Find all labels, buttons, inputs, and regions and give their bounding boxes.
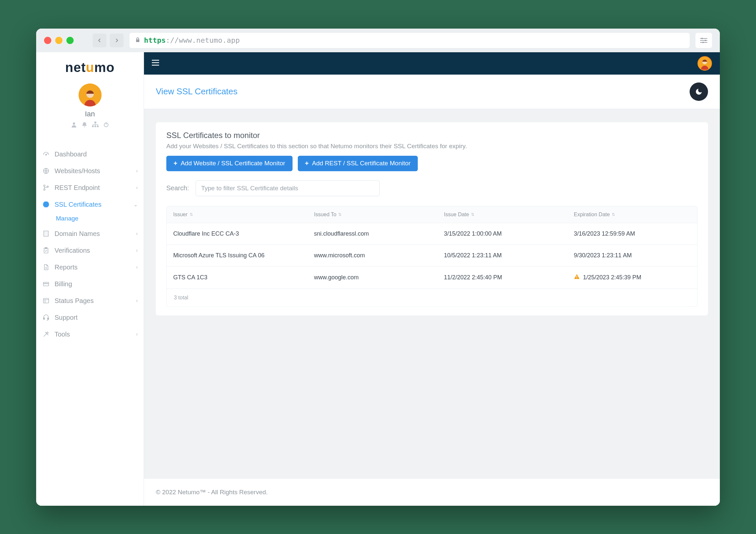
sort-icon: ⇅ [612, 212, 615, 217]
user-icon[interactable] [71, 121, 77, 129]
sidebar: netumo Ian Dashboard [36, 52, 144, 506]
sidebar-item-ssl[interactable]: SSL Certificates ⌄ [36, 196, 144, 213]
sort-icon: ⇅ [338, 212, 341, 217]
sidebar-item-dashboard[interactable]: Dashboard [36, 146, 144, 163]
sidebar-item-domains[interactable]: Domain Names › [36, 226, 144, 242]
chevron-right-icon: › [136, 298, 138, 304]
page-title: View SSL Certificates [156, 87, 238, 96]
sort-icon: ⇅ [190, 212, 193, 217]
svg-rect-27 [152, 65, 159, 66]
table-head: Issuer⇅ Issued To⇅ Issue Date⇅ Expiratio… [167, 206, 697, 223]
sidebar-item-label: Tools [55, 331, 70, 338]
svg-point-4 [705, 40, 706, 41]
sidebar-item-label: Websites/Hosts [55, 167, 100, 175]
svg-point-3 [701, 38, 703, 39]
topbar [144, 52, 720, 75]
traffic-lights [44, 37, 74, 44]
svg-point-16 [44, 189, 45, 191]
chevron-down-icon: ⌄ [133, 201, 138, 208]
lock-icon [135, 36, 141, 44]
avatar[interactable] [79, 84, 101, 106]
chevron-right-icon: › [136, 185, 138, 191]
sidebar-item-verifications[interactable]: Verifications › [36, 242, 144, 259]
sidebar-item-label: Domain Names [55, 230, 100, 238]
card-subtitle: Add your Websites / SSL Certificates to … [166, 143, 697, 150]
close-window-icon[interactable] [44, 37, 51, 44]
sidebar-item-label: Status Pages [55, 297, 94, 305]
maximize-window-icon[interactable] [67, 37, 74, 44]
back-button[interactable] [93, 34, 106, 47]
svg-rect-23 [43, 318, 45, 319]
tools-icon [42, 331, 50, 337]
power-icon[interactable] [103, 121, 109, 129]
gauge-icon [42, 151, 50, 157]
sidebar-item-label: REST Endpoint [55, 184, 100, 192]
document-icon [42, 264, 50, 270]
card-title: SSL Certificates to monitor [166, 131, 697, 140]
cell-issued-to: www.google.com [307, 267, 437, 288]
sidebar-item-websites[interactable]: Websites/Hosts › [36, 163, 144, 179]
forward-button[interactable] [110, 34, 123, 47]
svg-rect-9 [92, 125, 94, 127]
sidebar-item-status-pages[interactable]: Status Pages › [36, 292, 144, 309]
sidebar-subitem-manage[interactable]: Manage [36, 213, 144, 226]
sidebar-item-label: Support [55, 314, 78, 321]
svg-point-5 [702, 41, 704, 43]
user-avatar-button[interactable] [697, 56, 712, 71]
sidebar-item-billing[interactable]: Billing [36, 276, 144, 292]
logo: netumo [36, 52, 144, 81]
footer: © 2022 Netumo™ - All Rights Reserved. [144, 479, 720, 506]
table-row[interactable]: Cloudflare Inc ECC CA-3sni.cloudflaressl… [167, 223, 697, 245]
svg-rect-10 [94, 125, 96, 127]
cell-issued-to: www.microsoft.com [307, 245, 437, 266]
ssl-table: Issuer⇅ Issued To⇅ Issue Date⇅ Expiratio… [166, 206, 697, 307]
button-label: Add Website / SSL Certificate Monitor [181, 160, 285, 167]
dark-mode-toggle[interactable] [689, 83, 708, 101]
cell-issuer: GTS CA 1C3 [167, 267, 307, 288]
minimize-window-icon[interactable] [55, 37, 63, 44]
col-expiration[interactable]: Expiration Date⇅ [567, 206, 697, 223]
svg-rect-30 [577, 278, 577, 278]
table-row[interactable]: Microsoft Azure TLS Issuing CA 06www.mic… [167, 245, 697, 266]
svg-rect-26 [152, 62, 159, 63]
col-issued-to[interactable]: Issued To⇅ [307, 206, 437, 223]
sidebar-item-label: Dashboard [55, 150, 87, 158]
button-label: Add REST / SSL Certificate Monitor [312, 160, 411, 167]
search-input[interactable] [196, 180, 380, 196]
chevron-right-icon: › [136, 331, 138, 337]
search-label: Search: [166, 184, 189, 192]
add-website-button[interactable]: + Add Website / SSL Certificate Monitor [166, 156, 292, 171]
table-row[interactable]: GTS CA 1C3www.google.com11/2/2022 2:45:4… [167, 266, 697, 288]
plus-icon: + [174, 160, 177, 167]
chevron-right-icon: › [136, 264, 138, 270]
plus-icon: + [305, 160, 309, 167]
clipboard-check-icon [42, 247, 50, 254]
sidebar-item-support[interactable]: Support [36, 309, 144, 326]
cell-issued-to: sni.cloudflaressl.com [307, 223, 437, 245]
sidebar-item-rest[interactable]: REST Endpoint › [36, 179, 144, 196]
svg-rect-24 [48, 318, 49, 319]
col-issue-date[interactable]: Issue Date⇅ [437, 206, 567, 223]
sitemap-icon[interactable] [92, 121, 98, 129]
bell-icon[interactable] [82, 121, 88, 129]
page-header: View SSL Certificates [144, 75, 720, 109]
menu-toggle-button[interactable] [152, 59, 159, 68]
logo-pre: net [65, 60, 86, 75]
browser-settings-button[interactable] [695, 33, 712, 48]
browser-chrome: https://www.netumo.app [36, 29, 720, 52]
url-bar[interactable]: https://www.netumo.app [129, 33, 689, 48]
add-rest-button[interactable]: + Add REST / SSL Certificate Monitor [298, 156, 418, 171]
sidebar-item-reports[interactable]: Reports › [36, 259, 144, 276]
cell-issue-date: 3/15/2022 1:00:00 AM [437, 223, 567, 245]
table-footer: 3 total [167, 288, 697, 307]
col-issuer[interactable]: Issuer⇅ [167, 206, 307, 223]
svg-rect-8 [94, 121, 96, 123]
username: Ian [36, 110, 144, 118]
headset-icon [42, 314, 50, 321]
chevron-right-icon: › [136, 248, 138, 254]
url-rest: ://www.netumo.app [166, 36, 240, 44]
cell-expiration: 3/16/2023 12:59:59 AM [567, 223, 697, 245]
sidebar-item-tools[interactable]: Tools › [36, 326, 144, 343]
svg-rect-11 [97, 125, 98, 127]
svg-rect-1 [700, 40, 707, 41]
